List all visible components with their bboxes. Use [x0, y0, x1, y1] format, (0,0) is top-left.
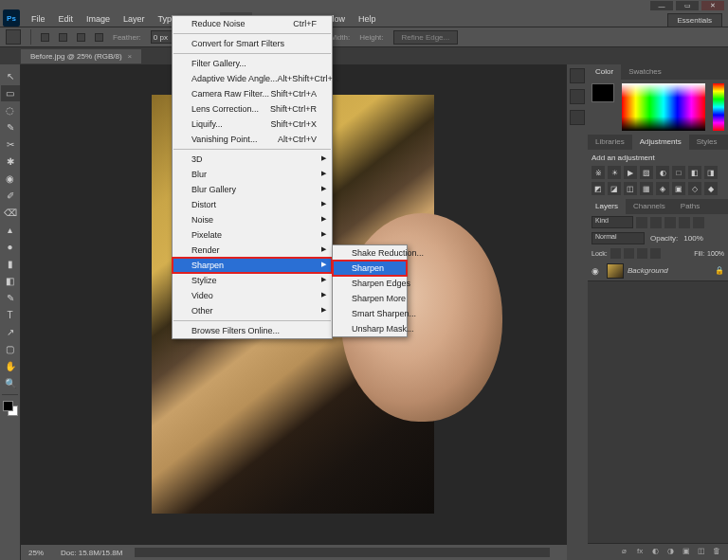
layer-thumbnail[interactable]: [607, 263, 624, 279]
tab-channels[interactable]: Channels: [626, 199, 673, 214]
tool-0[interactable]: ↖: [1, 68, 20, 84]
tab-adjustments[interactable]: Adjustments: [632, 135, 689, 150]
adjustment-icon-12[interactable]: ◈: [656, 182, 669, 195]
adjustment-icon-9[interactable]: ◪: [608, 182, 621, 195]
menuitem-blur[interactable]: Blur▶: [173, 167, 332, 182]
menuitem-filter-gallery[interactable]: Filter Gallery...: [173, 56, 332, 71]
menuitem-liquify[interactable]: Liquify...Shift+Ctrl+X: [173, 117, 332, 132]
layer-filter-2[interactable]: [650, 217, 662, 228]
tool-18[interactable]: 🔍: [1, 375, 20, 391]
tool-7[interactable]: ✐: [1, 188, 20, 204]
workspace-switcher[interactable]: Essentials: [667, 13, 722, 27]
menuitem-convert-for-smart-filters[interactable]: Convert for Smart Filters: [173, 36, 332, 51]
menuitem-camera-raw-filter[interactable]: Camera Raw Filter...Shift+Ctrl+A: [173, 86, 332, 101]
adjustment-icon-2[interactable]: ▶: [624, 166, 637, 179]
adjustment-icon-0[interactable]: ※: [592, 166, 605, 179]
layer-group-icon[interactable]: ▣: [682, 547, 694, 558]
window-maximize-button[interactable]: ▭: [676, 1, 699, 10]
adjustment-icon-10[interactable]: ◫: [624, 182, 637, 195]
menuitem-vanishing-point[interactable]: Vanishing Point...Alt+Ctrl+V: [173, 132, 332, 147]
menuitem-shake-reduction[interactable]: Shake Reduction...: [333, 245, 407, 261]
adjustment-icon-15[interactable]: ◆: [704, 182, 718, 195]
lock-transparency[interactable]: [610, 248, 621, 259]
color-spectrum[interactable]: [622, 83, 705, 131]
active-tool-icon[interactable]: [6, 29, 21, 45]
menuitem-sharpen[interactable]: Sharpen: [333, 261, 407, 276]
tool-15[interactable]: ↗: [1, 324, 20, 340]
menuitem-unsharp-mask[interactable]: Unsharp Mask...: [333, 321, 407, 336]
tool-3[interactable]: ✎: [1, 119, 20, 135]
tool-1[interactable]: ▭: [1, 85, 20, 101]
adjustment-icon-3[interactable]: ▨: [640, 166, 653, 179]
refine-edge-button[interactable]: Refine Edge...: [393, 30, 459, 45]
new-layer-icon[interactable]: ◫: [698, 547, 709, 558]
window-close-button[interactable]: ✕: [701, 1, 724, 10]
layer-row[interactable]: ◉ Background 🔒: [588, 261, 728, 281]
adjustment-icon-4[interactable]: ◐: [656, 166, 669, 179]
menuitem-video[interactable]: Video▶: [173, 288, 332, 303]
horizontal-scrollbar[interactable]: [135, 548, 550, 557]
tab-paths[interactable]: Paths: [673, 199, 707, 214]
adjustment-layer-icon[interactable]: ◑: [667, 547, 679, 558]
marquee-mode-1[interactable]: [41, 33, 49, 42]
adjustment-icon-14[interactable]: ◇: [688, 182, 701, 195]
tool-8[interactable]: ⌫: [1, 205, 20, 221]
menuitem-lens-correction[interactable]: Lens Correction...Shift+Ctrl+R: [173, 101, 332, 117]
marquee-mode-4[interactable]: [95, 33, 103, 42]
color-swatches[interactable]: [3, 401, 18, 416]
history-panel-icon[interactable]: [570, 68, 585, 83]
menuitem-3d[interactable]: 3D▶: [173, 152, 332, 167]
layer-name[interactable]: Background: [628, 266, 668, 275]
lock-all[interactable]: [650, 248, 661, 259]
tool-10[interactable]: ●: [1, 239, 20, 255]
tool-11[interactable]: ▮: [1, 256, 20, 272]
adjustment-icon-11[interactable]: ▦: [640, 182, 653, 195]
menu-layer[interactable]: Layer: [117, 12, 152, 26]
tool-14[interactable]: T: [1, 307, 20, 323]
tool-12[interactable]: ◧: [1, 273, 20, 289]
lock-pixels[interactable]: [624, 248, 634, 259]
doc-size[interactable]: Doc: 15.8M/15.8M: [61, 549, 122, 557]
tool-13[interactable]: ✎: [1, 290, 20, 306]
tool-5[interactable]: ✱: [1, 154, 20, 170]
marquee-mode-2[interactable]: [59, 33, 67, 42]
adjustment-icon-8[interactable]: ◩: [592, 182, 605, 195]
layer-filter-1[interactable]: [636, 217, 647, 228]
tab-swatches[interactable]: Swatches: [621, 64, 669, 80]
tool-9[interactable]: ▴: [1, 222, 20, 238]
menuitem-stylize[interactable]: Stylize▶: [173, 273, 332, 288]
menuitem-smart-sharpen[interactable]: Smart Sharpen...: [333, 306, 407, 321]
menuitem-render[interactable]: Render▶: [173, 243, 332, 258]
tool-17[interactable]: ✋: [1, 358, 20, 374]
tab-layers[interactable]: Layers: [588, 199, 626, 214]
menuitem-sharpen-edges[interactable]: Sharpen Edges: [333, 276, 407, 291]
layer-filter-3[interactable]: [664, 217, 676, 228]
layer-filter-5[interactable]: [693, 217, 704, 228]
layer-mask-icon[interactable]: ◐: [652, 547, 664, 558]
marquee-mode-3[interactable]: [77, 33, 85, 42]
tab-color[interactable]: Color: [588, 64, 621, 80]
menuitem-noise[interactable]: Noise▶: [173, 212, 332, 227]
menu-help[interactable]: Help: [352, 12, 383, 26]
blend-mode-select[interactable]: Normal: [592, 232, 645, 244]
adjustment-icon-13[interactable]: ▣: [672, 182, 685, 195]
adjustment-icon-5[interactable]: □: [672, 166, 685, 179]
menuitem-sharpen-more[interactable]: Sharpen More: [333, 291, 407, 306]
layer-filter-4[interactable]: [679, 217, 690, 228]
menuitem-browse-filters-online[interactable]: Browse Filters Online...: [173, 323, 332, 338]
menuitem-sharpen[interactable]: Sharpen▶: [173, 258, 332, 273]
menu-edit[interactable]: Edit: [52, 12, 81, 26]
layer-visibility-icon[interactable]: ◉: [592, 266, 603, 276]
properties-panel-icon[interactable]: [570, 89, 585, 104]
menuitem-distort[interactable]: Distort▶: [173, 197, 332, 212]
brush-settings-panel-icon[interactable]: [570, 110, 585, 125]
menuitem-reduce-noise[interactable]: Reduce NoiseCtrl+F: [173, 16, 332, 31]
layer-fx-icon[interactable]: fx: [637, 547, 648, 558]
adjustment-icon-7[interactable]: ◨: [704, 166, 718, 179]
tool-2[interactable]: ◌: [1, 102, 20, 118]
link-layers-icon[interactable]: ⌀: [622, 547, 633, 558]
tool-16[interactable]: ▢: [1, 341, 20, 357]
menuitem-adaptive-wide-angle[interactable]: Adaptive Wide Angle...Alt+Shift+Ctrl+A: [173, 71, 332, 86]
hue-slider[interactable]: [713, 83, 724, 131]
menuitem-other[interactable]: Other▶: [173, 303, 332, 318]
